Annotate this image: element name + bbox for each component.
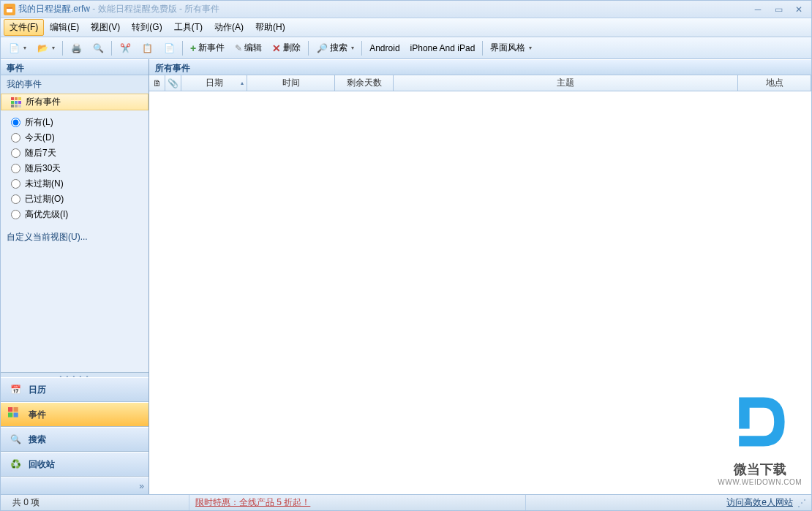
android-button[interactable]: Android <box>365 39 404 57</box>
sidebar-item-all-events[interactable]: 所有事件 <box>1 94 149 110</box>
print-button[interactable]: 🖨️ <box>66 39 86 57</box>
events-icon <box>8 407 23 422</box>
grid-header: 🗎 📎 日期▴ 时间 剩余天数 主题 地点 <box>149 75 811 91</box>
status-website-link[interactable]: 访问高效e人网站 <box>726 496 793 509</box>
folder-open-icon: 📂 <box>37 42 48 54</box>
svg-rect-8 <box>11 105 14 107</box>
svg-rect-11 <box>8 407 12 412</box>
svg-rect-9 <box>15 105 18 107</box>
separator <box>62 41 63 56</box>
chevron-icon[interactable]: » <box>139 481 144 491</box>
nav-footer: » <box>1 477 149 494</box>
magnifier-icon: 🔍 <box>8 432 23 447</box>
window-title: 我的日程提醒.erfw - 效能日程提醒免费版 - 所有事件 <box>18 3 219 15</box>
search-icon: 🔎 <box>316 42 328 54</box>
my-events-label[interactable]: 我的事件 <box>1 75 149 94</box>
cut-button[interactable]: ✂️ <box>115 39 135 57</box>
all-events-label: 所有事件 <box>26 96 61 108</box>
svg-rect-6 <box>15 101 18 104</box>
menu-view[interactable]: 视图(V) <box>85 19 126 36</box>
grid-body[interactable] <box>149 91 811 494</box>
close-button[interactable]: ✕ <box>789 4 808 15</box>
col-subject[interactable]: 主题 <box>394 75 738 91</box>
customize-view-link[interactable]: 自定义当前视图(U)... <box>1 227 149 248</box>
menu-action[interactable]: 动作(A) <box>208 19 249 36</box>
main-header: 所有事件 <box>149 59 811 75</box>
menu-tools[interactable]: 工具(T) <box>168 19 208 36</box>
page-icon: 🗎 <box>153 78 162 88</box>
paste-button[interactable]: 📄 <box>159 39 179 57</box>
svg-rect-10 <box>18 105 21 107</box>
svg-rect-14 <box>14 413 18 417</box>
printer-icon: 🖨️ <box>70 42 82 54</box>
filter-today[interactable]: 今天(D) <box>11 130 149 145</box>
filter-list: 所有(L) 今天(D) 随后7天 随后30天 未过期(N) 已过期(O) 高优先… <box>1 110 149 227</box>
menubar: 文件(F) 编辑(E) 视图(V) 转到(G) 工具(T) 动作(A) 帮助(H… <box>1 18 811 37</box>
menu-goto[interactable]: 转到(G) <box>126 19 168 36</box>
filter-all[interactable]: 所有(L) <box>11 115 149 130</box>
separator <box>482 41 483 56</box>
iphone-button[interactable]: iPhone And iPad <box>406 39 480 57</box>
paste-icon: 📄 <box>163 42 175 54</box>
menu-help[interactable]: 帮助(H) <box>249 19 291 36</box>
sidebar-spacer <box>1 248 149 373</box>
open-button[interactable]: 📂▾ <box>32 39 59 57</box>
status-count: 共 0 项 <box>7 495 189 510</box>
filter-expired[interactable]: 已过期(O) <box>11 192 149 207</box>
svg-rect-5 <box>11 101 14 104</box>
new-file-button[interactable]: 📄▾ <box>4 39 31 57</box>
nav-recycle[interactable]: ♻️ 回收站 <box>1 452 149 477</box>
nav-calendar[interactable]: 📅 日历 <box>1 377 149 402</box>
col-days-left[interactable]: 剩余天数 <box>335 75 394 91</box>
new-event-button[interactable]: +新事件 <box>186 39 229 57</box>
resize-grip[interactable]: ⋰ <box>797 498 805 508</box>
menu-file[interactable]: 文件(F) <box>4 19 44 36</box>
filter-next30[interactable]: 随后30天 <box>11 161 149 176</box>
print-preview-button[interactable]: 🔍 <box>88 39 108 57</box>
filter-next7[interactable]: 随后7天 <box>11 145 149 161</box>
svg-rect-12 <box>14 407 18 412</box>
sidebar-header: 事件 <box>1 59 149 75</box>
menu-edit[interactable]: 编辑(E) <box>44 19 85 36</box>
attachment-icon: 📎 <box>168 78 178 88</box>
copy-icon: 📋 <box>141 42 153 54</box>
svg-rect-13 <box>8 413 12 417</box>
separator <box>182 41 183 56</box>
filter-high-priority[interactable]: 高优先级(I) <box>11 207 149 222</box>
edit-button[interactable]: ✎编辑 <box>230 39 266 57</box>
separator <box>308 41 309 56</box>
filter-not-expired[interactable]: 未过期(N) <box>11 176 149 192</box>
print-preview-icon: 🔍 <box>92 42 104 54</box>
app-icon <box>4 4 15 15</box>
svg-rect-1 <box>7 7 12 9</box>
nav-events[interactable]: 事件 <box>1 402 149 427</box>
svg-rect-3 <box>15 97 18 100</box>
col-location[interactable]: 地点 <box>738 75 811 91</box>
delete-icon: ✕ <box>272 42 281 54</box>
minimize-button[interactable]: ─ <box>748 4 767 15</box>
svg-rect-2 <box>11 97 14 100</box>
recycle-icon: ♻️ <box>8 457 23 472</box>
calendar-icon: 📅 <box>8 382 23 397</box>
col-time[interactable]: 时间 <box>247 75 335 91</box>
col-date[interactable]: 日期▴ <box>181 75 247 91</box>
page-icon: 📄 <box>8 42 20 54</box>
main-panel: 所有事件 🗎 📎 日期▴ 时间 剩余天数 主题 地点 <box>149 59 811 494</box>
grid-icon <box>11 97 21 107</box>
statusbar: 共 0 项 限时特惠：全线产品 5 折起！ 访问高效e人网站 ⋰ <box>1 494 811 510</box>
nav-search[interactable]: 🔍 搜索 <box>1 427 149 452</box>
col-icon[interactable]: 🗎 <box>149 75 165 91</box>
style-button[interactable]: 界面风格▾ <box>486 39 536 57</box>
plus-icon: + <box>190 42 196 54</box>
maximize-button[interactable]: ▭ <box>769 4 788 15</box>
titlebar: 我的日程提醒.erfw - 效能日程提醒免费版 - 所有事件 ─ ▭ ✕ <box>1 1 811 18</box>
status-promo-link[interactable]: 限时特惠：全线产品 5 折起！ <box>189 495 526 510</box>
separator <box>111 41 112 56</box>
sort-asc-icon: ▴ <box>241 80 244 86</box>
delete-button[interactable]: ✕删除 <box>268 39 305 57</box>
col-attach[interactable]: 📎 <box>165 75 181 91</box>
pencil-icon: ✎ <box>235 43 242 53</box>
main-window: 我的日程提醒.erfw - 效能日程提醒免费版 - 所有事件 ─ ▭ ✕ 文件(… <box>0 0 812 511</box>
search-button[interactable]: 🔎搜索▾ <box>312 39 358 57</box>
copy-button[interactable]: 📋 <box>137 39 157 57</box>
